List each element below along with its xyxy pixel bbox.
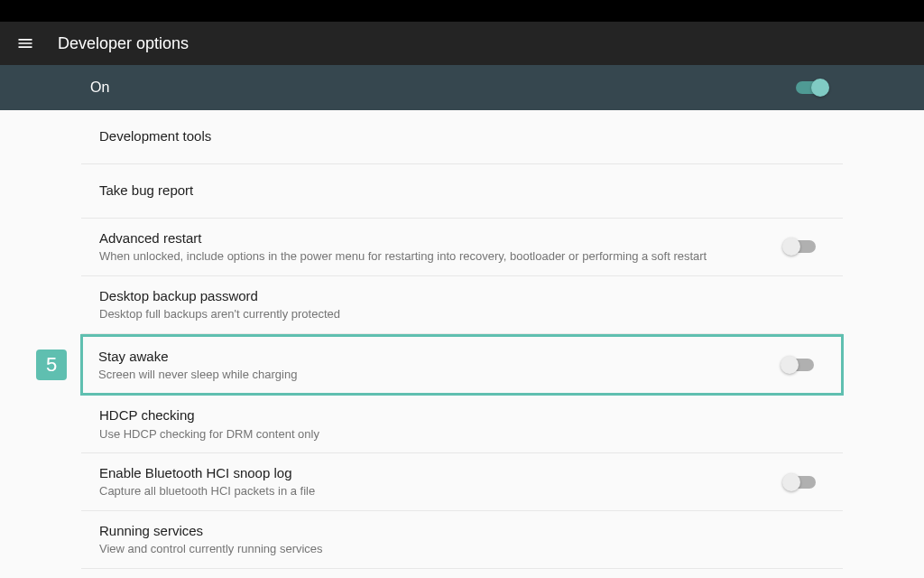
row-running-services[interactable]: Running servicesView and control current… — [81, 511, 843, 569]
switch-advanced-restart[interactable] — [785, 240, 816, 253]
switch-knob — [811, 79, 829, 97]
master-toggle-label: On — [90, 79, 796, 96]
row-dev-tools[interactable]: Development tools — [81, 110, 843, 164]
hamburger-icon[interactable] — [14, 33, 36, 54]
switch-knob — [782, 238, 800, 256]
row-title: Take bug report — [99, 182, 825, 200]
row-text: Stay awakeScreen will never sleep while … — [98, 348, 783, 383]
switch-knob — [782, 473, 800, 491]
row-title: HDCP checking — [99, 406, 825, 424]
row-title: Enable Bluetooth HCI snoop log — [99, 464, 785, 482]
row-text: Enable Bluetooth HCI snoop logCapture al… — [99, 464, 785, 499]
switch-stay-awake[interactable] — [783, 359, 814, 371]
app-bar: Developer options — [0, 22, 924, 65]
row-subtitle: Capture all bluetooth HCI packets in a f… — [99, 483, 785, 499]
row-subtitle: When unlocked, include options in the po… — [99, 248, 785, 265]
row-title: Stay awake — [98, 348, 783, 366]
row-text: Development tools — [99, 127, 825, 145]
row-subtitle: View and control currently running servi… — [99, 541, 825, 557]
status-bar — [0, 0, 924, 22]
row-text: Running servicesView and control current… — [99, 522, 825, 557]
row-title: Development tools — [99, 127, 825, 145]
switch-bt-hci[interactable] — [785, 476, 816, 489]
step-badge: 5 — [36, 350, 67, 380]
row-subtitle: Desktop full backups aren't currently pr… — [99, 306, 825, 322]
row-text: Advanced restartWhen unlocked, include o… — [99, 229, 785, 265]
row-bt-hci[interactable]: Enable Bluetooth HCI snoop logCapture al… — [81, 453, 843, 511]
highlight-box: Stay awakeScreen will never sleep while … — [80, 334, 844, 396]
row-title: Desktop backup password — [99, 287, 825, 305]
page-title: Developer options — [58, 34, 189, 53]
row-title: Running services — [99, 522, 825, 540]
row-text: Desktop backup passwordDesktop full back… — [99, 287, 825, 322]
row-bug-report[interactable]: Take bug report — [81, 164, 843, 219]
row-title: Advanced restart — [99, 229, 785, 247]
row-text: HDCP checkingUse HDCP checking for DRM c… — [99, 406, 825, 442]
row-subtitle: Use HDCP checking for DRM content only — [99, 426, 825, 443]
master-toggle-row[interactable]: On — [0, 65, 924, 110]
row-desktop-backup[interactable]: Desktop backup passwordDesktop full back… — [81, 276, 843, 334]
row-picture-color[interactable]: Picture color modeUse sRGB — [81, 569, 843, 578]
switch-knob — [781, 356, 799, 374]
master-switch[interactable] — [796, 81, 827, 94]
settings-list: Development toolsTake bug reportAdvanced… — [0, 110, 924, 578]
row-advanced-restart[interactable]: Advanced restartWhen unlocked, include o… — [81, 219, 843, 276]
highlight-wrap: 5Stay awakeScreen will never sleep while… — [81, 334, 843, 396]
row-text: Take bug report — [99, 182, 825, 200]
row-stay-awake[interactable]: Stay awakeScreen will never sleep while … — [83, 337, 841, 394]
row-subtitle: Screen will never sleep while charging — [98, 367, 783, 383]
row-hdcp[interactable]: HDCP checkingUse HDCP checking for DRM c… — [81, 396, 843, 453]
